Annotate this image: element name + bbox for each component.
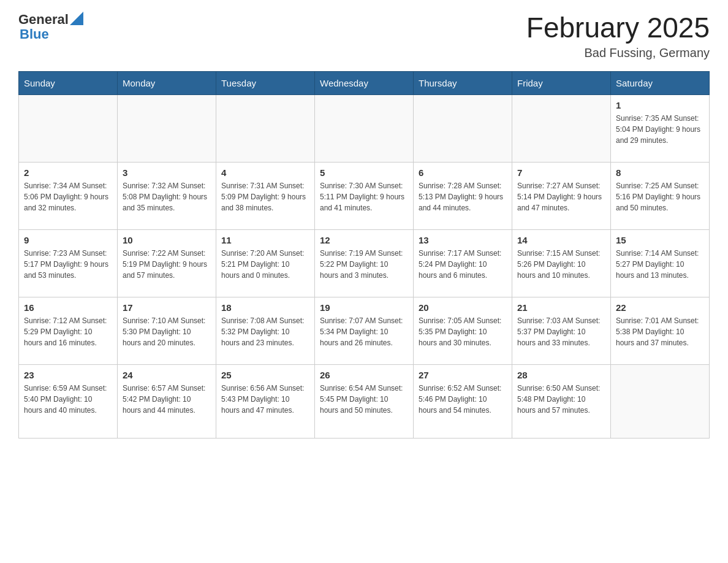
day-number: 16	[24, 302, 112, 313]
calendar-cell: 1Sunrise: 7:35 AM Sunset: 5:04 PM Daylig…	[611, 94, 710, 162]
day-number: 22	[616, 302, 704, 313]
day-number: 26	[320, 370, 408, 380]
calendar-cell	[414, 94, 512, 162]
day-info: Sunrise: 7:10 AM Sunset: 5:30 PM Dayligh…	[123, 315, 211, 348]
logo-blue-text: Blue	[20, 27, 83, 42]
weekday-header-friday: Friday	[512, 71, 611, 94]
day-info: Sunrise: 7:34 AM Sunset: 5:06 PM Dayligh…	[24, 180, 112, 213]
calendar-cell	[118, 94, 216, 162]
day-number: 5	[320, 167, 408, 178]
day-info: Sunrise: 7:05 AM Sunset: 5:35 PM Dayligh…	[419, 315, 507, 348]
calendar-subtitle: Bad Fussing, Germany	[526, 46, 710, 60]
day-number: 6	[419, 167, 507, 178]
calendar-cell: 28Sunrise: 6:50 AM Sunset: 5:48 PM Dayli…	[512, 364, 611, 438]
weekday-header-saturday: Saturday	[611, 71, 710, 94]
calendar-cell: 10Sunrise: 7:22 AM Sunset: 5:19 PM Dayli…	[118, 229, 216, 297]
day-info: Sunrise: 7:15 AM Sunset: 5:26 PM Dayligh…	[517, 248, 605, 281]
calendar-cell: 4Sunrise: 7:31 AM Sunset: 5:09 PM Daylig…	[216, 162, 315, 229]
calendar-cell: 12Sunrise: 7:19 AM Sunset: 5:22 PM Dayli…	[315, 229, 414, 297]
day-number: 4	[221, 167, 309, 178]
calendar-cell: 13Sunrise: 7:17 AM Sunset: 5:24 PM Dayli…	[414, 229, 512, 297]
logo: General Blue	[18, 12, 83, 42]
day-info: Sunrise: 7:03 AM Sunset: 5:37 PM Dayligh…	[517, 315, 605, 348]
day-number: 18	[221, 302, 309, 313]
calendar-cell: 18Sunrise: 7:08 AM Sunset: 5:32 PM Dayli…	[216, 297, 315, 364]
day-info: Sunrise: 7:22 AM Sunset: 5:19 PM Dayligh…	[123, 248, 211, 281]
page-header: General Blue February 2025 Bad Fussing, …	[18, 12, 710, 60]
day-info: Sunrise: 7:30 AM Sunset: 5:11 PM Dayligh…	[320, 180, 408, 213]
day-info: Sunrise: 7:25 AM Sunset: 5:16 PM Dayligh…	[616, 180, 704, 213]
calendar-cell: 27Sunrise: 6:52 AM Sunset: 5:46 PM Dayli…	[414, 364, 512, 438]
day-number: 13	[419, 235, 507, 245]
day-number: 7	[517, 167, 605, 178]
logo-triangle-icon	[70, 12, 83, 25]
calendar-cell	[315, 94, 414, 162]
day-number: 27	[419, 370, 507, 380]
day-number: 15	[616, 235, 704, 245]
svg-marker-0	[70, 12, 83, 25]
day-number: 17	[123, 302, 211, 313]
day-info: Sunrise: 7:14 AM Sunset: 5:27 PM Dayligh…	[616, 248, 704, 281]
day-number: 9	[24, 235, 112, 245]
day-number: 24	[123, 370, 211, 380]
calendar-cell: 23Sunrise: 6:59 AM Sunset: 5:40 PM Dayli…	[19, 364, 118, 438]
weekday-header-wednesday: Wednesday	[315, 71, 414, 94]
calendar-cell: 24Sunrise: 6:57 AM Sunset: 5:42 PM Dayli…	[118, 364, 216, 438]
calendar-cell	[512, 94, 611, 162]
weekday-header-monday: Monday	[118, 71, 216, 94]
weekday-header-sunday: Sunday	[19, 71, 118, 94]
day-number: 8	[616, 167, 704, 178]
calendar-cell: 19Sunrise: 7:07 AM Sunset: 5:34 PM Dayli…	[315, 297, 414, 364]
weekday-header-tuesday: Tuesday	[216, 71, 315, 94]
calendar-cell: 7Sunrise: 7:27 AM Sunset: 5:14 PM Daylig…	[512, 162, 611, 229]
calendar-cell: 6Sunrise: 7:28 AM Sunset: 5:13 PM Daylig…	[414, 162, 512, 229]
day-number: 3	[123, 167, 211, 178]
day-info: Sunrise: 7:27 AM Sunset: 5:14 PM Dayligh…	[517, 180, 605, 213]
day-info: Sunrise: 7:19 AM Sunset: 5:22 PM Dayligh…	[320, 248, 408, 281]
weekday-header-thursday: Thursday	[414, 71, 512, 94]
calendar-cell	[216, 94, 315, 162]
day-info: Sunrise: 7:17 AM Sunset: 5:24 PM Dayligh…	[419, 248, 507, 281]
calendar-cell	[611, 364, 710, 438]
day-number: 2	[24, 167, 112, 178]
day-info: Sunrise: 7:20 AM Sunset: 5:21 PM Dayligh…	[221, 248, 309, 281]
day-info: Sunrise: 7:01 AM Sunset: 5:38 PM Dayligh…	[616, 315, 704, 348]
day-info: Sunrise: 6:54 AM Sunset: 5:45 PM Dayligh…	[320, 383, 408, 416]
day-info: Sunrise: 7:23 AM Sunset: 5:17 PM Dayligh…	[24, 248, 112, 281]
calendar-week-3: 9Sunrise: 7:23 AM Sunset: 5:17 PM Daylig…	[19, 229, 710, 297]
day-info: Sunrise: 7:07 AM Sunset: 5:34 PM Dayligh…	[320, 315, 408, 348]
calendar-week-5: 23Sunrise: 6:59 AM Sunset: 5:40 PM Dayli…	[19, 364, 710, 438]
day-info: Sunrise: 7:28 AM Sunset: 5:13 PM Dayligh…	[419, 180, 507, 213]
calendar-cell: 3Sunrise: 7:32 AM Sunset: 5:08 PM Daylig…	[118, 162, 216, 229]
day-number: 20	[419, 302, 507, 313]
day-info: Sunrise: 6:57 AM Sunset: 5:42 PM Dayligh…	[123, 383, 211, 416]
calendar-cell: 2Sunrise: 7:34 AM Sunset: 5:06 PM Daylig…	[19, 162, 118, 229]
day-info: Sunrise: 6:56 AM Sunset: 5:43 PM Dayligh…	[221, 383, 309, 416]
calendar-cell: 9Sunrise: 7:23 AM Sunset: 5:17 PM Daylig…	[19, 229, 118, 297]
day-number: 23	[24, 370, 112, 380]
calendar-cell: 11Sunrise: 7:20 AM Sunset: 5:21 PM Dayli…	[216, 229, 315, 297]
day-info: Sunrise: 7:08 AM Sunset: 5:32 PM Dayligh…	[221, 315, 309, 348]
day-info: Sunrise: 7:32 AM Sunset: 5:08 PM Dayligh…	[123, 180, 211, 213]
day-number: 12	[320, 235, 408, 245]
day-info: Sunrise: 7:31 AM Sunset: 5:09 PM Dayligh…	[221, 180, 309, 213]
logo-general-text: General	[18, 12, 69, 27]
calendar-week-2: 2Sunrise: 7:34 AM Sunset: 5:06 PM Daylig…	[19, 162, 710, 229]
day-number: 1	[616, 100, 704, 110]
calendar-week-4: 16Sunrise: 7:12 AM Sunset: 5:29 PM Dayli…	[19, 297, 710, 364]
day-number: 28	[517, 370, 605, 380]
day-info: Sunrise: 6:52 AM Sunset: 5:46 PM Dayligh…	[419, 383, 507, 416]
weekday-header-row: SundayMondayTuesdayWednesdayThursdayFrid…	[19, 71, 710, 94]
day-info: Sunrise: 7:12 AM Sunset: 5:29 PM Dayligh…	[24, 315, 112, 348]
calendar-cell: 20Sunrise: 7:05 AM Sunset: 5:35 PM Dayli…	[414, 297, 512, 364]
day-info: Sunrise: 6:50 AM Sunset: 5:48 PM Dayligh…	[517, 383, 605, 416]
calendar-cell: 17Sunrise: 7:10 AM Sunset: 5:30 PM Dayli…	[118, 297, 216, 364]
title-block: February 2025 Bad Fussing, Germany	[526, 12, 710, 60]
calendar-cell: 22Sunrise: 7:01 AM Sunset: 5:38 PM Dayli…	[611, 297, 710, 364]
calendar-title: February 2025	[526, 12, 710, 44]
day-info: Sunrise: 6:59 AM Sunset: 5:40 PM Dayligh…	[24, 383, 112, 416]
day-number: 10	[123, 235, 211, 245]
calendar-cell: 16Sunrise: 7:12 AM Sunset: 5:29 PM Dayli…	[19, 297, 118, 364]
day-number: 14	[517, 235, 605, 245]
calendar-cell: 8Sunrise: 7:25 AM Sunset: 5:16 PM Daylig…	[611, 162, 710, 229]
